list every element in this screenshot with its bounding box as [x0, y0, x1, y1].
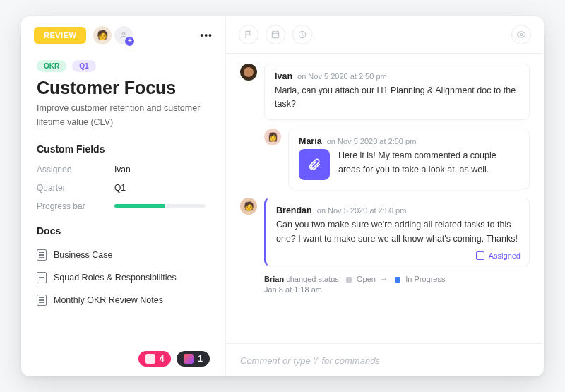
task-details-pane: REVIEW 🧑 + ••• OKR Q1 Customer Focus Imp…: [21, 16, 226, 376]
clip-icon: [145, 354, 155, 364]
doc-item[interactable]: Business Case: [21, 244, 225, 266]
status-dot-to: [395, 277, 400, 283]
document-icon: [37, 272, 47, 283]
attachment-count-pill[interactable]: 4: [138, 351, 172, 367]
field-value: Ivan: [114, 165, 131, 174]
right-toolbar: [226, 16, 544, 54]
task-description[interactable]: Improve customer retention and customer …: [21, 101, 225, 139]
doc-label: Business Case: [54, 250, 112, 260]
comment-author: Brendan: [276, 206, 312, 215]
status-timestamp: Jan 8 at 1:18 am: [264, 285, 530, 294]
svg-point-3: [520, 33, 523, 36]
comment-author: Maria: [299, 136, 322, 146]
comment-card[interactable]: Maria on Nov 5 2020 at 2:50 pm Here it i…: [288, 129, 530, 189]
docs-heading: Docs: [21, 215, 225, 242]
tag-row: OKR Q1: [21, 54, 225, 72]
task-title[interactable]: Customer Focus: [21, 72, 225, 101]
tag-q1[interactable]: Q1: [72, 60, 95, 72]
status-to: In Progress: [405, 275, 445, 283]
calendar-icon: [270, 30, 280, 40]
doc-item[interactable]: Monthly OKR Review Notes: [21, 289, 225, 311]
document-icon: [37, 295, 47, 306]
status-dot-from: [346, 277, 352, 283]
comment-input[interactable]: [240, 355, 530, 366]
field-label: Assignee: [37, 165, 114, 174]
field-label: Quarter: [37, 183, 114, 193]
comment-timestamp: on Nov 5 2020 at 2:50 pm: [327, 137, 417, 145]
svg-rect-1: [272, 31, 278, 37]
comment-card[interactable]: Ivan on Nov 5 2020 at 2:50 pm Maria, can…: [264, 64, 530, 121]
doc-label: Monthly OKR Review Notes: [54, 295, 163, 305]
svg-point-0: [122, 32, 125, 35]
doc-label: Squad Roles & Responsibilities: [54, 273, 177, 283]
date-button[interactable]: [266, 25, 285, 44]
status-actor: Brian: [264, 275, 284, 283]
status-from: Open: [357, 275, 376, 283]
comment-timestamp: on Nov 5 2020 at 2:50 pm: [297, 72, 387, 81]
activity-pane: Ivan on Nov 5 2020 at 2:50 pm Maria, can…: [226, 16, 544, 376]
field-value: Q1: [114, 183, 126, 193]
field-label: Progress bar: [37, 201, 114, 211]
eye-icon: [516, 30, 526, 40]
avatar-maria[interactable]: 👩: [264, 129, 281, 145]
watch-button[interactable]: [511, 25, 531, 44]
progress-fill: [114, 204, 165, 208]
status-activity: Brian changed status: Open → In Progress…: [240, 275, 530, 294]
comment-row: Ivan on Nov 5 2020 at 2:50 pm Maria, can…: [240, 64, 530, 121]
field-quarter[interactable]: Quarter Q1: [21, 179, 225, 197]
tag-okr[interactable]: OKR: [37, 60, 66, 72]
field-progress[interactable]: Progress bar: [21, 197, 225, 215]
checkbox-icon: [476, 251, 484, 260]
figma-icon: [184, 354, 194, 364]
pill-count: 1: [198, 354, 203, 364]
flag-icon: [244, 30, 254, 40]
plus-badge-icon: +: [125, 37, 134, 46]
progress-track: [114, 204, 206, 208]
flag-button[interactable]: [239, 25, 258, 44]
comment-composer: [226, 343, 544, 376]
status-review-button[interactable]: REVIEW: [34, 27, 86, 44]
doc-item[interactable]: Squad Roles & Responsibilities: [21, 266, 225, 289]
field-assignee[interactable]: Assignee Ivan: [21, 160, 225, 179]
comment-author: Ivan: [275, 71, 292, 81]
task-panel: REVIEW 🧑 + ••• OKR Q1 Customer Focus Imp…: [21, 16, 544, 376]
assignee-avatar[interactable]: 🧑: [93, 26, 112, 44]
attachment-thumbnail[interactable]: [299, 149, 330, 180]
comment-meta: Ivan on Nov 5 2020 at 2:50 pm: [275, 71, 519, 81]
comment-row: 👩 Maria on Nov 5 2020 at 2:50 pm Here it…: [240, 129, 530, 189]
left-header: REVIEW 🧑 + •••: [21, 16, 225, 54]
assigned-label: Assigned: [489, 251, 521, 260]
comment-card-assigned[interactable]: Brendan on Nov 5 2020 at 2:50 pm Can you…: [264, 198, 530, 266]
activity-feed: Ivan on Nov 5 2020 at 2:50 pm Maria, can…: [226, 54, 544, 343]
comment-meta: Maria on Nov 5 2020 at 2:50 pm: [299, 136, 519, 146]
paperclip-icon: [307, 158, 321, 172]
custom-fields-heading: Custom Fields: [21, 139, 225, 160]
add-assignee-button[interactable]: +: [114, 26, 133, 44]
clock-icon: [297, 30, 307, 40]
document-icon: [37, 249, 47, 261]
time-button[interactable]: [292, 25, 312, 44]
status-verb: changed status:: [286, 275, 341, 283]
comment-body: Maria, can you attach our H1 Planning & …: [275, 84, 519, 112]
docs-list: Business Case Squad Roles & Responsibili…: [21, 242, 225, 319]
integration-count-pill[interactable]: 1: [177, 351, 210, 367]
pill-count: 4: [160, 354, 165, 364]
comment-timestamp: on Nov 5 2020 at 2:50 pm: [317, 206, 407, 215]
assigned-badge[interactable]: Assigned: [476, 251, 521, 260]
left-footer: 4 1: [21, 344, 225, 376]
avatar-ivan[interactable]: [240, 64, 257, 81]
more-menu-button[interactable]: •••: [200, 30, 213, 41]
comment-meta: Brendan on Nov 5 2020 at 2:50 pm: [276, 206, 519, 215]
comment-body: Here it is! My team commented a couple a…: [338, 149, 519, 177]
avatar-brendan[interactable]: 🧑: [240, 198, 257, 215]
comment-row: 🧑 Brendan on Nov 5 2020 at 2:50 pm Can y…: [240, 198, 530, 266]
